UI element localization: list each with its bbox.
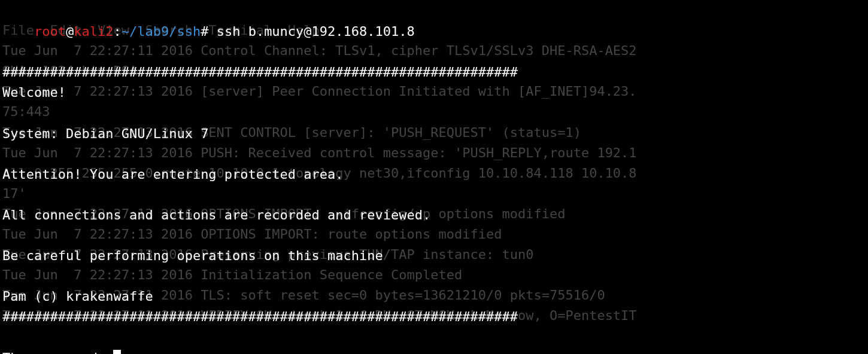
prompt-line: root@kali2:~/lab9/ssh# ssh b.muncy@192.1… bbox=[2, 1, 866, 62]
prompt-user: root bbox=[34, 24, 66, 39]
prompt-path: ~/lab9/ssh bbox=[122, 24, 201, 39]
banner-recorded: All connections and actions are recorded… bbox=[2, 205, 866, 225]
blank-line bbox=[2, 144, 866, 164]
banner-welcome: Welcome! bbox=[2, 83, 866, 103]
password-prompt-text: The password: bbox=[2, 350, 113, 354]
prompt-host: kali2 bbox=[74, 24, 113, 39]
banner-separator: ########################################… bbox=[2, 307, 866, 327]
terminal-output[interactable]: root@kali2:~/lab9/ssh# ssh b.muncy@192.1… bbox=[2, 1, 866, 354]
banner-attention: Attention! You are entering protected ar… bbox=[2, 164, 866, 185]
banner-careful: Be careful performing operations on this… bbox=[2, 246, 866, 266]
blank-line bbox=[2, 266, 866, 286]
blank-line bbox=[2, 225, 866, 246]
cursor bbox=[113, 350, 121, 354]
password-prompt-line[interactable]: The password: bbox=[2, 348, 866, 354]
command-text: ssh b.muncy@192.168.101.8 bbox=[217, 24, 415, 39]
prompt-symbol: # bbox=[201, 24, 208, 39]
banner-pam: Pam (c) krakenwaffe bbox=[2, 286, 866, 307]
blank-line bbox=[2, 185, 866, 205]
banner-system: System: Debian GNU/Linux 7 bbox=[2, 124, 866, 144]
blank-line bbox=[2, 103, 866, 123]
blank-line bbox=[2, 328, 866, 348]
banner-separator: ########################################… bbox=[2, 62, 866, 83]
